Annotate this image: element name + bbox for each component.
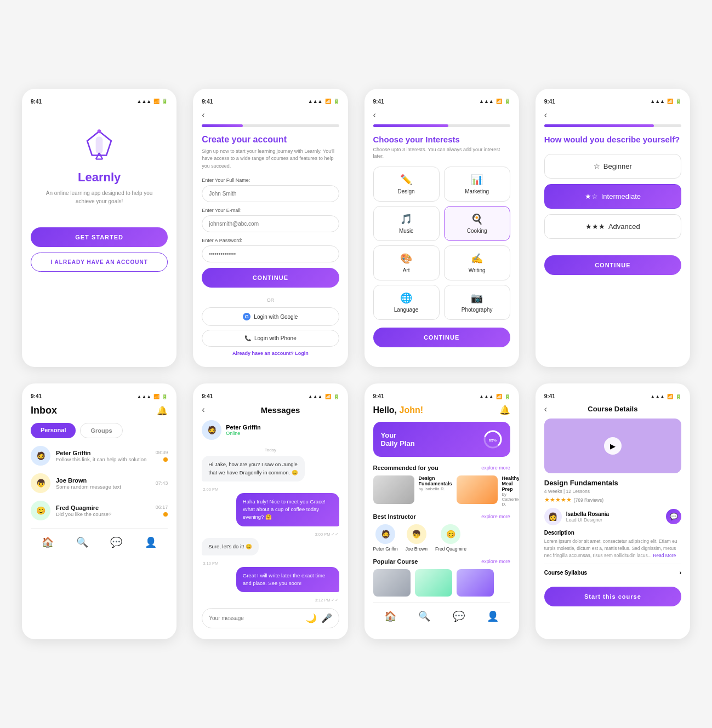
- instructor-3[interactable]: 😊 Fred Quagmire: [435, 524, 466, 552]
- popular-title: Popular Course: [373, 558, 418, 565]
- mic-icon[interactable]: 🎤: [321, 613, 332, 623]
- instructor-1[interactable]: 🧔 Peter Griffin: [373, 524, 398, 552]
- continue-button-2[interactable]: CONTINUE: [202, 268, 339, 288]
- back-arrow-2[interactable]: ‹: [202, 110, 204, 120]
- inbox-text-1: Peter Griffin Follow this link, it can h…: [56, 450, 150, 462]
- back-arrow-6[interactable]: ‹: [202, 405, 204, 415]
- writing-label: Writing: [469, 267, 486, 273]
- photography-label: Photography: [462, 307, 493, 313]
- interest-marketing[interactable]: 📊 Marketing: [444, 167, 510, 202]
- inbox-name-3: Fred Quagmire: [56, 505, 150, 511]
- course-details-title: Course Details: [588, 405, 637, 413]
- status-bar-3: 9:41 ▲▲▲📶🔋: [373, 99, 510, 105]
- tab-groups[interactable]: Groups: [80, 423, 122, 438]
- progress-circle: 65%: [483, 429, 503, 449]
- search-nav-icon[interactable]: 🔍: [76, 536, 88, 548]
- back-arrow-8[interactable]: ‹: [544, 404, 547, 414]
- course-info-2: Healthy Meal Prep by Catherine D.: [502, 475, 519, 507]
- interest-design[interactable]: ✏️ Design: [373, 167, 440, 202]
- notification-icon-7[interactable]: 🔔: [499, 405, 510, 415]
- message-input-row[interactable]: 🌙 🎤: [202, 608, 339, 628]
- phone-icon: 📞: [244, 335, 251, 341]
- interest-photography[interactable]: 📷 Photography: [444, 285, 510, 320]
- explore-popular[interactable]: explore more: [481, 559, 510, 564]
- back-arrow-4[interactable]: ‹: [544, 110, 547, 120]
- popular-thumb-1[interactable]: [373, 569, 411, 597]
- course-details-screen: 9:41 ▲▲▲📶🔋 ‹ Course Details ▶ Design Fun…: [536, 383, 690, 639]
- email-input[interactable]: [202, 215, 339, 232]
- inbox-item-2[interactable]: 👦 Joe Brown Some random message text 07:…: [31, 473, 168, 493]
- inbox-item-3[interactable]: 😊 Fred Quagmire Did you like the course?…: [31, 501, 168, 520]
- home-nav-7[interactable]: 🏠: [384, 610, 396, 622]
- splash-content: Learnly An online learning app designed …: [31, 110, 168, 272]
- continue-button-3[interactable]: CONTINUE: [373, 328, 510, 347]
- marketing-icon: 📊: [471, 174, 483, 186]
- syllabus-arrow[interactable]: ›: [680, 570, 681, 576]
- describe-title: How would you describe yourself?: [544, 135, 681, 144]
- course-info-1: Design Fundamentals by Isabella R.: [419, 475, 452, 507]
- explore-instructors[interactable]: explore more: [481, 514, 510, 519]
- explore-recommended[interactable]: explore more: [481, 465, 510, 471]
- contact-avatar: 🧔: [202, 420, 221, 440]
- phone-login-button[interactable]: 📞 Login with Phone: [202, 330, 339, 347]
- interests-title: Choose your Interests: [373, 135, 510, 144]
- interest-music[interactable]: 🎵 Music: [373, 206, 440, 241]
- moon-icon: 🌙: [306, 613, 317, 623]
- advanced-button[interactable]: ★★★ Advanced: [544, 214, 681, 239]
- art-label: Art: [403, 267, 410, 273]
- course-video[interactable]: ▶: [544, 419, 681, 473]
- profile-nav-7[interactable]: 👤: [487, 610, 499, 622]
- play-button[interactable]: ▶: [604, 437, 622, 455]
- profile-nav-icon[interactable]: 👤: [145, 536, 157, 548]
- status-bar-8: 9:41 ▲▲▲📶🔋: [544, 393, 681, 399]
- message-input[interactable]: [209, 615, 301, 621]
- popular-thumb-3[interactable]: [457, 569, 494, 597]
- inbox-text-3: Fred Quagmire Did you like the course?: [56, 505, 150, 517]
- read-more-link[interactable]: Read More: [653, 553, 676, 558]
- interest-art[interactable]: 🎨 Art: [373, 245, 440, 280]
- popular-thumb-2[interactable]: [415, 569, 452, 597]
- marketing-label: Marketing: [465, 188, 489, 194]
- intermediate-button[interactable]: ★☆ Intermediate: [544, 184, 681, 209]
- course-name-1: Design Fundamentals: [419, 475, 452, 486]
- instructor-avatar-1: 🧔: [375, 524, 395, 544]
- messages-nav-icon[interactable]: 💬: [110, 536, 122, 548]
- interest-language[interactable]: 🌐 Language: [373, 285, 440, 320]
- start-course-button[interactable]: Start this course: [544, 587, 681, 606]
- get-started-button[interactable]: GET STARTED: [31, 227, 168, 247]
- back-arrow-3[interactable]: ‹: [373, 110, 376, 120]
- cooking-icon: 🍳: [471, 213, 483, 225]
- beginner-button[interactable]: ☆ Beginner: [544, 154, 681, 179]
- status-bar-2: 9:41 ▲▲▲📶🔋: [202, 99, 339, 105]
- messages-nav-7[interactable]: 💬: [453, 610, 465, 622]
- splash-screen: 9:41 ▲▲▲📶🔋 Learnly An online learning ap…: [22, 89, 176, 368]
- intermediate-label: Intermediate: [601, 192, 641, 200]
- password-input[interactable]: [202, 245, 339, 262]
- course-card-1[interactable]: Design Fundamentals by Isabella R.: [373, 475, 452, 507]
- interest-cooking[interactable]: 🍳 Cooking: [444, 206, 510, 241]
- instructor-2[interactable]: 👦 Joe Brown: [406, 524, 428, 552]
- language-icon: 🌐: [400, 292, 412, 304]
- advanced-icon: ★★★: [585, 222, 605, 231]
- chat-instructor-button[interactable]: 💬: [666, 509, 681, 524]
- create-account-screen: 9:41 ▲▲▲📶🔋 ‹ Create your account Sign up…: [193, 89, 348, 368]
- inbox-item-1[interactable]: 🧔 Peter Griffin Follow this link, it can…: [31, 446, 168, 466]
- time-8: 9:41: [544, 393, 555, 399]
- notification-icon[interactable]: 🔔: [157, 405, 168, 416]
- instructor-name-3: Fred Quagmire: [435, 546, 466, 552]
- google-login-button[interactable]: G Login with Google: [202, 307, 339, 326]
- tab-personal[interactable]: Personal: [31, 423, 76, 438]
- interest-writing[interactable]: ✍️ Writing: [444, 245, 510, 280]
- course-thumb-2: [457, 475, 498, 504]
- home-nav-icon[interactable]: 🏠: [42, 536, 54, 548]
- login-link-text[interactable]: Login: [295, 351, 309, 356]
- inbox-time-1: 08:39: [156, 450, 168, 455]
- name-input[interactable]: [202, 185, 339, 202]
- intermediate-icon: ★☆: [585, 192, 598, 200]
- course-card-2[interactable]: Healthy Meal Prep by Catherine D.: [457, 475, 519, 507]
- continue-button-4[interactable]: CONTINUE: [544, 255, 681, 275]
- search-nav-7[interactable]: 🔍: [418, 610, 430, 622]
- date-label: Today: [202, 448, 339, 452]
- have-account-button[interactable]: I ALREADY HAVE AN ACCOUNT: [31, 253, 168, 272]
- syllabus-row[interactable]: Course Syllabus ›: [544, 564, 681, 581]
